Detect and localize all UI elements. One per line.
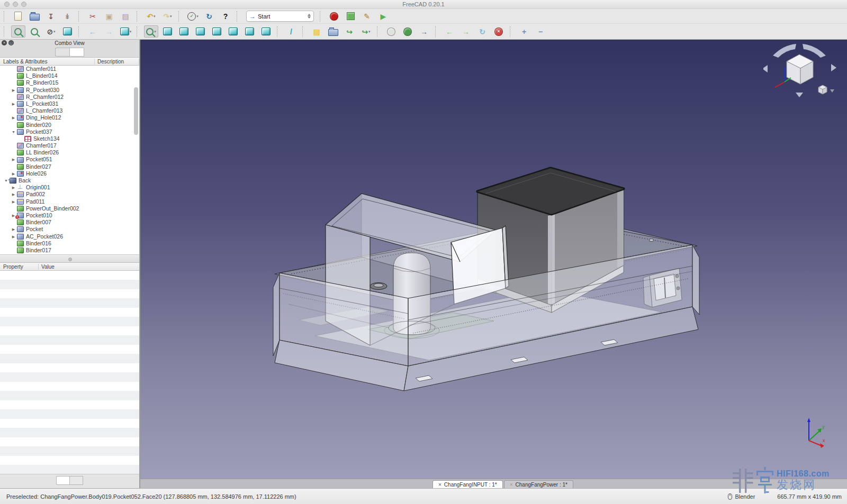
tree-scrollbar[interactable] (134, 87, 138, 135)
export-icon[interactable]: ↪ (343, 25, 357, 38)
tree-item[interactable]: ▼ Back (0, 177, 139, 184)
browser-back-icon[interactable]: ← (443, 25, 457, 38)
web-globe-icon[interactable] (401, 25, 415, 38)
navigation-cube[interactable] (763, 44, 837, 99)
tree-item[interactable]: PowerOut_Binder002 (0, 205, 139, 212)
undock-panel-icon[interactable]: ◻ (8, 40, 14, 45)
clipping-plane-icon[interactable]: ▤ (310, 25, 324, 38)
expand-arrow-icon[interactable]: ▶ (11, 233, 16, 240)
expand-arrow-icon[interactable]: ▼ (11, 129, 16, 135)
view-left-icon[interactable] (259, 25, 273, 38)
measure-icon[interactable]: / (284, 25, 299, 38)
tree-item[interactable]: ▶ Pad002 (0, 191, 139, 198)
close-tab-icon[interactable]: × (438, 482, 441, 488)
tree-item[interactable]: ▶ L_Pocket031 (0, 100, 139, 107)
link-actions-icon[interactable]: ↪▾ (359, 25, 373, 38)
expand-arrow-icon[interactable]: ▶ (11, 87, 16, 94)
save-as-icon[interactable]: ↡ (60, 10, 75, 22)
nav-forward-icon[interactable]: → (102, 25, 116, 38)
tree-item[interactable]: Binder017 (0, 247, 139, 254)
tab-tasks[interactable] (69, 48, 84, 57)
browser-forward-icon[interactable]: → (459, 25, 473, 38)
cut-icon[interactable]: ✂ (86, 10, 100, 22)
expand-arrow-icon[interactable]: ▶ (11, 191, 16, 198)
draw-style-icon[interactable]: ⊘▾ (44, 25, 58, 38)
tree-item[interactable]: ▶ R_Pocket030 (0, 87, 139, 94)
close-tab-icon[interactable]: × (510, 482, 513, 488)
view-axonometric-icon[interactable] (160, 25, 175, 38)
tree-item[interactable]: Binder016 (0, 240, 139, 247)
new-file-icon[interactable] (11, 10, 25, 22)
paste-icon[interactable]: ▤ (119, 10, 133, 22)
workbench-selector[interactable]: → Start (246, 11, 314, 22)
tree-item[interactable]: Binder027 (0, 163, 139, 170)
go-icon[interactable]: → (417, 25, 431, 38)
close-panel-icon[interactable]: × (2, 40, 7, 45)
fit-all-icon[interactable] (11, 25, 25, 38)
edit-mode-icon[interactable]: ✓▾ (186, 10, 200, 22)
view-right-icon[interactable] (210, 25, 224, 38)
browser-stop-icon[interactable]: × (492, 25, 506, 38)
tree-item[interactable]: ▶ Ding_Hole012 (0, 114, 139, 121)
tree-item[interactable]: ▶ Pad011 (0, 198, 139, 205)
tree-item[interactable]: R_Chamfer012 (0, 94, 139, 100)
zoom-in-icon[interactable]: + (517, 25, 531, 38)
expand-arrow-icon[interactable]: ▶ (11, 226, 16, 233)
tree-item[interactable]: Sketch134 (0, 135, 139, 142)
macro-record-icon[interactable] (327, 10, 341, 22)
tree-item[interactable]: ▶ Origin001 (0, 184, 139, 191)
expand-arrow-icon[interactable]: ▶ (11, 156, 16, 163)
expand-arrow-icon[interactable]: ▶ (11, 184, 16, 191)
document-tab-changfangpower[interactable]: × ChangFangPower : 1* (504, 480, 573, 489)
tree-item[interactable]: L_Chamfer013 (0, 107, 139, 114)
tree-item[interactable]: L_Binder014 (0, 72, 139, 79)
undo-icon[interactable]: ↶▾ (144, 10, 158, 22)
tree-item[interactable]: Chamfer017 (0, 142, 139, 149)
fit-selection-icon[interactable] (28, 25, 42, 38)
nav-back-icon[interactable]: ← (86, 25, 100, 38)
zoom-tools-icon[interactable]: ▾ (144, 25, 158, 38)
tree-item[interactable]: ▶ Pocket (0, 226, 139, 233)
tree-item[interactable]: ▶ Pocket051 (0, 156, 139, 163)
save-icon[interactable]: ↧ (44, 10, 58, 22)
tree-item[interactable]: Binder020 (0, 122, 139, 129)
macro-edit-icon[interactable]: ✎ (360, 10, 374, 22)
panel-splitter-horizontal[interactable] (0, 254, 139, 263)
tree-item[interactable]: Chamfer011 (0, 66, 139, 72)
zoom-out-icon[interactable]: − (534, 25, 548, 38)
sphere-icon[interactable] (384, 25, 399, 38)
view-bottom-icon[interactable] (242, 25, 257, 38)
cad-model[interactable] (140, 40, 847, 479)
tree-item[interactable]: ▼ Pocket037 (0, 129, 139, 135)
tree-item[interactable]: LL Binder026 (0, 149, 139, 156)
view-top-icon[interactable] (193, 25, 208, 38)
tab-view[interactable] (56, 476, 69, 485)
navigation-style-indicator[interactable]: Blender (728, 493, 755, 500)
expand-arrow-icon[interactable]: ▶ (11, 114, 16, 121)
document-tab-changfanginput[interactable]: × ChangFangINPUT : 1* (432, 480, 503, 489)
copy-icon[interactable]: ▣ (102, 10, 116, 22)
tab-data[interactable] (69, 476, 83, 485)
view-rear-icon[interactable] (226, 25, 240, 38)
expand-arrow-icon[interactable]: ▶ (11, 100, 16, 107)
tree-item[interactable]: ▶ Hole026 (0, 170, 139, 177)
macro-execute-icon[interactable]: ▶ (376, 10, 391, 22)
tree-item[interactable]: R_Binder015 (0, 79, 139, 86)
tree-item[interactable]: ▶ Pocket010 (0, 212, 139, 219)
open-file-icon[interactable] (28, 10, 42, 22)
3d-viewport[interactable]: y x (140, 40, 847, 479)
go-to-linked-object-icon[interactable]: ▾ (119, 25, 133, 38)
tree-item[interactable]: ▶ AC_Pocket026 (0, 233, 139, 240)
recompute-icon[interactable]: ↻ (202, 10, 217, 22)
dependency-folder-icon[interactable] (326, 25, 340, 38)
whatsthis-icon[interactable]: ? (219, 10, 233, 22)
tab-model[interactable] (55, 48, 69, 57)
tree-item[interactable]: Binder007 (0, 219, 139, 226)
macro-stop-icon[interactable] (344, 10, 358, 22)
property-grid[interactable] (0, 271, 139, 474)
browser-refresh-icon[interactable]: ↻ (475, 25, 490, 38)
view-front-icon[interactable] (177, 25, 191, 38)
redo-icon[interactable]: ↷▾ (160, 10, 175, 22)
expand-arrow-icon[interactable]: ▶ (11, 198, 16, 205)
select-element-icon[interactable] (60, 25, 75, 38)
